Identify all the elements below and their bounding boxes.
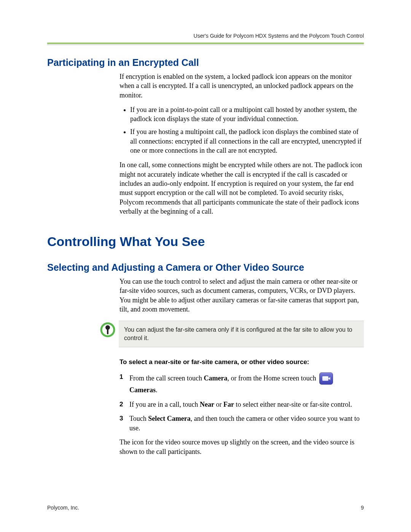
step-1: 1 From the call screen touch Camera, or … bbox=[119, 372, 364, 395]
page-footer: Polycom, Inc. 9 bbox=[47, 505, 364, 511]
step-number: 1 bbox=[119, 372, 129, 395]
text-run: or bbox=[214, 401, 223, 408]
bullet-item: If you are in a point-to-point call or a… bbox=[130, 105, 364, 124]
section-b-body: You can use the touch control to select … bbox=[119, 277, 364, 314]
text-run: , or from the Home screen touch bbox=[227, 375, 316, 382]
running-header: User's Guide for Polycom HDX Systems and… bbox=[47, 33, 364, 39]
step-2: 2 If you are in a call, touch Near or Fa… bbox=[119, 400, 364, 409]
step-text: If you are in a call, touch Near or Far … bbox=[129, 400, 364, 409]
bold-run: Near bbox=[200, 401, 214, 408]
text-run: Touch bbox=[129, 415, 148, 422]
step-text: Touch Select Camera, and then touch the … bbox=[129, 414, 364, 433]
text-run: . bbox=[156, 386, 158, 394]
page: User's Guide for Polycom HDX Systems and… bbox=[0, 0, 411, 532]
bold-run: Camera bbox=[204, 375, 227, 382]
paragraph: You can use the touch control to select … bbox=[119, 277, 364, 314]
bullet-list: If you are in a point-to-point call or a… bbox=[119, 105, 364, 155]
paragraph: In one call, some connections might be e… bbox=[119, 160, 364, 216]
paragraph: If encryption is enabled on the system, … bbox=[119, 72, 364, 100]
note-text: You can adjust the far-site camera only … bbox=[119, 321, 364, 347]
step-number: 3 bbox=[119, 414, 129, 433]
text-run: If you are in a call, touch bbox=[129, 401, 200, 408]
step-3: 3 Touch Select Camera, and then touch th… bbox=[119, 414, 364, 433]
step-text: From the call screen touch Camera, or fr… bbox=[129, 372, 364, 395]
procedure: To select a near-site or far-site camera… bbox=[119, 358, 364, 456]
note-callout: You can adjust the far-site camera only … bbox=[97, 321, 364, 347]
section-heading-encrypted-call: Participating in an Encrypted Call bbox=[47, 57, 364, 68]
paragraph: The icon for the video source moves up s… bbox=[119, 438, 364, 456]
bold-run: Select Camera bbox=[148, 415, 190, 422]
procedure-heading: To select a near-site or far-site camera… bbox=[119, 358, 364, 367]
header-rule bbox=[47, 43, 364, 45]
section-heading-camera: Selecting and Adjusting a Camera or Othe… bbox=[47, 262, 364, 273]
footer-left: Polycom, Inc. bbox=[47, 505, 79, 511]
camera-icon bbox=[319, 372, 333, 385]
text-run: to select either near-site or far-site c… bbox=[234, 401, 352, 408]
section-a-body: If encryption is enabled on the system, … bbox=[119, 72, 364, 216]
page-number: 9 bbox=[361, 505, 364, 511]
bold-run: Cameras bbox=[129, 386, 156, 394]
chapter-heading: Controlling What You See bbox=[47, 234, 364, 249]
pushpin-icon bbox=[97, 321, 119, 337]
bold-run: Far bbox=[223, 401, 234, 408]
text-run: From the call screen touch bbox=[129, 375, 204, 382]
steps-list: 1 From the call screen touch Camera, or … bbox=[119, 372, 364, 433]
bullet-item: If you are hosting a multipoint call, th… bbox=[130, 127, 364, 155]
step-number: 2 bbox=[119, 400, 129, 409]
